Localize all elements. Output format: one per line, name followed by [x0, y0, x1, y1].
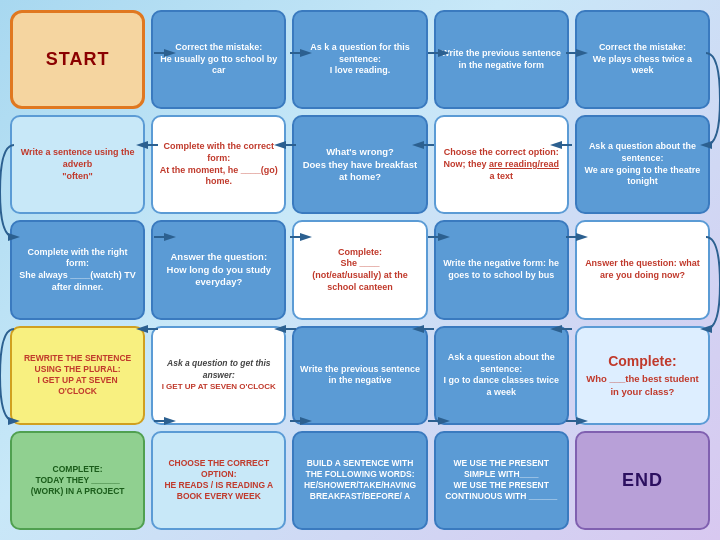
cell-r3c3-text: Complete:She ____(not/eat/usually) at th… — [299, 247, 420, 294]
cell-r5c3: BUILD A SENTENCE WITH THE FOLLOWING WORD… — [292, 431, 427, 530]
cell-r5c4: WE USE THE PRESENT SIMPLE WITH____WE USE… — [434, 431, 569, 530]
cell-r1c4-text: Write the previous sentence in the negat… — [441, 48, 562, 71]
board: START Correct the mistake:He usually go … — [0, 0, 720, 540]
complete-header: Complete: — [608, 352, 676, 370]
cell-r1c3-text: As k a question for this sentence:I love… — [299, 42, 420, 77]
cell-r3c4: Write the negative form: he goes to to s… — [434, 220, 569, 319]
cell-r3c3: Complete:She ____(not/eat/usually) at th… — [292, 220, 427, 319]
cell-r4c5: Complete: Who ___the best student in you… — [575, 326, 710, 425]
cell-r1c2-text: Correct the mistake:He usually go tto sc… — [158, 42, 279, 77]
game-grid: START Correct the mistake:He usually go … — [10, 10, 710, 530]
cell-r2c2-text: Complete with the correct form:At the mo… — [158, 141, 279, 188]
cell-r4c3: Write the previous sentence in the negat… — [292, 326, 427, 425]
cell-r2c5: Ask a question about the sentence:We are… — [575, 115, 710, 214]
cell-r3c4-text: Write the negative form: he goes to to s… — [441, 258, 562, 281]
cell-r2c1: Write a sentence using the adverb"often" — [10, 115, 145, 214]
cell-r4c3-text: Write the previous sentence in the negat… — [299, 364, 420, 387]
cell-r5c2: CHOOSE THE CORRECT OPTION:HE READS / IS … — [151, 431, 286, 530]
cell-r1c4: Write the previous sentence in the negat… — [434, 10, 569, 109]
cell-r5c1: COMPLETE:TODAY THEY ______(WORK) IN A PR… — [10, 431, 145, 530]
cell-r2c4: Choose the correct option:Now; they are … — [434, 115, 569, 214]
cell-r1c2: Correct the mistake:He usually go tto sc… — [151, 10, 286, 109]
start-cell: START — [10, 10, 145, 109]
cell-r5c2-text: CHOOSE THE CORRECT OPTION:HE READS / IS … — [158, 458, 279, 502]
cell-r1c5: Correct the mistake:We plays chess twice… — [575, 10, 710, 109]
cell-r3c1-text: Complete with the right form:She always … — [17, 247, 138, 294]
cell-r1c5-text: Correct the mistake:We plays chess twice… — [582, 42, 703, 77]
cell-r4c1: REWRITE THE SENTENCE USING THE PLURAL:I … — [10, 326, 145, 425]
end-cell: END — [575, 431, 710, 530]
cell-r3c1: Complete with the right form:She always … — [10, 220, 145, 319]
cell-r3c5-text: Answer the question: what are you doing … — [582, 258, 703, 281]
cell-r5c4-text: WE USE THE PRESENT SIMPLE WITH____WE USE… — [441, 458, 562, 502]
cell-r5c3-text: BUILD A SENTENCE WITH THE FOLLOWING WORD… — [299, 458, 420, 502]
cell-r2c5-text: Ask a question about the sentence:We are… — [582, 141, 703, 188]
cell-r3c2-text: Answer the question:How long do you stud… — [158, 251, 279, 288]
cell-r3c2: Answer the question:How long do you stud… — [151, 220, 286, 319]
cell-r4c4: Ask a question about the sentence:I go t… — [434, 326, 569, 425]
cell-r2c4-text: Choose the correct option:Now; they are … — [441, 147, 562, 182]
complete-body: Who ___the best student in your class? — [582, 373, 703, 398]
cell-r3c5: Answer the question: what are you doing … — [575, 220, 710, 319]
end-label: END — [622, 469, 663, 492]
cell-r2c3-text: What's wrong?Does they have breakfast at… — [299, 146, 420, 183]
cell-r4c2-text: Ask a question to get this answer:I GET … — [158, 358, 279, 391]
cell-r4c2: Ask a question to get this answer:I GET … — [151, 326, 286, 425]
cell-r1c3: As k a question for this sentence:I love… — [292, 10, 427, 109]
cell-r2c2: Complete with the correct form:At the mo… — [151, 115, 286, 214]
cell-r2c3: What's wrong?Does they have breakfast at… — [292, 115, 427, 214]
start-label: START — [46, 48, 110, 71]
cell-r2c1-text: Write a sentence using the adverb"often" — [17, 147, 138, 182]
cell-r4c1-text: REWRITE THE SENTENCE USING THE PLURAL:I … — [17, 353, 138, 397]
cell-r5c1-text: COMPLETE:TODAY THEY ______(WORK) IN A PR… — [31, 464, 125, 497]
cell-r4c4-text: Ask a question about the sentence:I go t… — [441, 352, 562, 399]
